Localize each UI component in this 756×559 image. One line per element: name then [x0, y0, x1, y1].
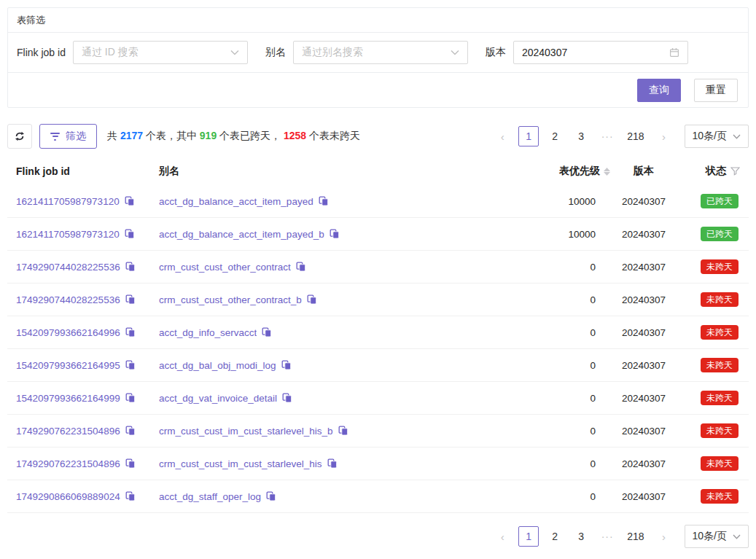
pagination-next[interactable]: ›	[654, 126, 674, 146]
status-badge: 未跨天	[701, 489, 739, 504]
pagination-next[interactable]: ›	[654, 526, 674, 547]
header-flink-job-id: Flink job id	[16, 165, 159, 177]
filter-toggle-button[interactable]: 筛选	[39, 124, 97, 149]
flink-job-id-link[interactable]: 1542097993662164995	[16, 360, 120, 371]
copy-icon[interactable]	[125, 196, 135, 206]
pagination-page-218[interactable]: 218	[623, 126, 647, 146]
pagination-page-2[interactable]: 2	[545, 126, 565, 146]
cell-status: 未跨天	[677, 456, 740, 471]
pagination-prev[interactable]: ‹	[492, 526, 513, 547]
copy-icon[interactable]	[125, 360, 136, 370]
cell-version: 20240307	[610, 262, 677, 273]
copy-icon[interactable]	[262, 327, 272, 337]
status-badge: 未跨天	[701, 259, 739, 274]
cell-version: 20240307	[610, 426, 677, 437]
alias-link[interactable]: crm_cust_cust_im_cust_starlevel_his	[159, 458, 322, 469]
flink-job-id-link[interactable]: 1749290744028225536	[16, 262, 120, 273]
flink-job-id-link[interactable]: 1749290762231504896	[16, 426, 120, 437]
cell-priority: 0	[524, 426, 610, 437]
table-row: 1542097993662164999acct_dg_vat_invoice_d…	[7, 382, 749, 415]
copy-icon[interactable]	[281, 360, 292, 370]
copy-icon[interactable]	[282, 393, 292, 403]
copy-icon[interactable]	[125, 393, 136, 403]
pagination-ellipsis: ···	[597, 126, 617, 146]
flink-job-id-link[interactable]: 1542097993662164999	[16, 393, 120, 404]
pagination-page-1[interactable]: 1	[518, 126, 539, 146]
flink-job-id-link[interactable]: 1542097993662164996	[16, 327, 120, 338]
pagination-page-1[interactable]: 1	[518, 526, 539, 547]
copy-icon[interactable]	[125, 458, 136, 469]
page-size-label: 10条/页	[693, 130, 727, 143]
copy-icon[interactable]	[338, 426, 348, 436]
copy-icon[interactable]	[330, 229, 340, 239]
copy-icon[interactable]	[296, 262, 306, 272]
page: 表筛选 Flink job id 通过 ID 搜索 别名 通过别名搜索 版本 2…	[0, 0, 756, 555]
pagination-page-3[interactable]: 3	[571, 526, 591, 547]
cell-alias: crm_cust_cust_im_cust_starlevel_his_b	[159, 426, 524, 437]
copy-icon[interactable]	[125, 294, 136, 305]
copy-icon[interactable]	[125, 262, 136, 272]
cell-version: 20240307	[610, 491, 677, 502]
cell-priority: 0	[524, 360, 610, 371]
copy-icon[interactable]	[125, 426, 136, 436]
copy-icon[interactable]	[266, 491, 276, 501]
calendar-icon	[669, 47, 679, 58]
header-version: 版本	[610, 165, 677, 178]
cell-version: 20240307	[610, 360, 677, 371]
alias-link[interactable]: acct_dg_balance_acct_item_payed_b	[159, 229, 324, 240]
status-badge: 未跨天	[701, 423, 739, 438]
cell-version: 20240307	[610, 327, 677, 338]
copy-icon[interactable]	[307, 294, 317, 305]
chevron-down-icon	[733, 534, 741, 539]
alias-link[interactable]: acct_dg_vat_invoice_detail	[159, 393, 277, 404]
version-date-input[interactable]: 20240307	[513, 41, 688, 64]
query-button[interactable]: 查询	[637, 79, 681, 102]
cell-priority: 0	[524, 458, 610, 469]
header-priority[interactable]: 表优先级	[524, 165, 610, 178]
cell-priority: 0	[524, 262, 610, 273]
copy-icon[interactable]	[125, 229, 135, 239]
filter-funnel-icon[interactable]	[730, 167, 740, 176]
table-row: 1749290744028225536crm_cust_cust_other_c…	[7, 284, 749, 316]
table-row: 1621411705987973120acct_dg_balance_acct_…	[7, 185, 749, 218]
copy-icon[interactable]	[125, 491, 136, 501]
cell-alias: crm_cust_cust_im_cust_starlevel_his	[159, 458, 524, 469]
flink-job-id-link[interactable]: 1749290744028225536	[16, 294, 120, 305]
cell-flink-job-id: 1542097993662164996	[16, 327, 159, 338]
copy-icon[interactable]	[327, 458, 338, 469]
job-id-select[interactable]: 通过 ID 搜索	[73, 41, 248, 64]
pagination-prev[interactable]: ‹	[492, 126, 513, 146]
page-size-select[interactable]: 10条/页	[685, 125, 749, 148]
version-value: 20240307	[522, 47, 663, 58]
alias-link[interactable]: acct_dg_bal_obj_modi_log	[159, 360, 276, 371]
flink-job-id-link[interactable]: 1749290762231504896	[16, 458, 120, 469]
summary-uncrossed: 1258	[284, 130, 306, 141]
refresh-button[interactable]	[7, 124, 32, 149]
pagination-page-218[interactable]: 218	[623, 526, 647, 547]
cell-status: 未跨天	[677, 423, 740, 438]
cell-priority: 0	[524, 491, 610, 502]
reset-button[interactable]: 重置	[694, 79, 738, 102]
pagination-page-3[interactable]: 3	[571, 126, 591, 146]
cell-alias: crm_cust_cust_other_contract	[159, 262, 524, 273]
cell-flink-job-id: 1749290744028225536	[16, 262, 159, 273]
alias-link[interactable]: acct_dg_balance_acct_item_payed	[159, 196, 313, 207]
status-badge: 未跨天	[701, 292, 739, 307]
alias-link[interactable]: acct_dg_staff_oper_log	[159, 491, 261, 502]
alias-link[interactable]: crm_cust_cust_other_contract	[159, 262, 291, 273]
status-badge: 未跨天	[701, 391, 739, 405]
copy-icon[interactable]	[125, 327, 136, 337]
flink-job-id-link[interactable]: 1621411705987973120	[16, 229, 120, 240]
alias-link[interactable]: acct_dg_info_servacct	[159, 327, 257, 338]
flink-job-id-link[interactable]: 1749290866069889024	[16, 491, 120, 502]
status-badge: 已跨天	[701, 227, 739, 241]
alias-link[interactable]: crm_cust_cust_other_contract_b	[159, 294, 302, 305]
alias-select[interactable]: 通过别名搜索	[293, 41, 468, 64]
page-size-select[interactable]: 10条/页	[685, 525, 749, 548]
copy-icon[interactable]	[319, 196, 329, 206]
alias-link[interactable]: crm_cust_cust_im_cust_starlevel_his_b	[159, 426, 333, 437]
flink-job-id-link[interactable]: 1621411705987973120	[16, 196, 120, 207]
pagination-page-2[interactable]: 2	[545, 526, 565, 547]
cell-flink-job-id: 1542097993662164995	[16, 360, 159, 371]
table-row: 1542097993662164996acct_dg_info_servacct…	[7, 316, 749, 349]
